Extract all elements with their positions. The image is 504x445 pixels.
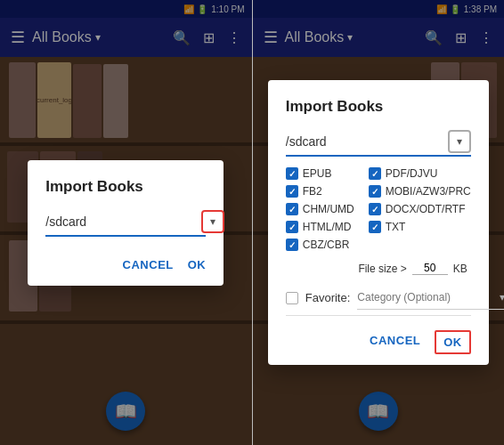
dialog-actions: CANCEL OK bbox=[45, 255, 206, 275]
checkbox-html[interactable]: HTML/MD bbox=[286, 221, 362, 233]
category-dropdown-button[interactable]: ▾ bbox=[491, 286, 504, 309]
checkbox-mobi[interactable]: MOBI/AZW3/PRC bbox=[369, 185, 471, 198]
filesize-row: File size > KB bbox=[286, 262, 471, 275]
filesize-input[interactable] bbox=[412, 262, 448, 275]
filesize-label: File size > bbox=[358, 263, 406, 275]
ok-button[interactable]: OK bbox=[188, 255, 207, 275]
cbz-checkbox[interactable] bbox=[286, 239, 298, 251]
checkbox-fb2[interactable]: FB2 bbox=[286, 185, 362, 198]
import-books-dialog-right: Import Books ▾ EPUB PDF/DJVU bbox=[268, 80, 489, 365]
format-checkboxes: EPUB PDF/DJVU FB2 MOBI/AZW3/PRC CHM/UMD bbox=[286, 167, 471, 251]
filesize-unit: KB bbox=[453, 263, 467, 275]
dialog-input-row-right: ▾ bbox=[286, 130, 471, 157]
path-dropdown-button-right[interactable]: ▾ bbox=[448, 130, 471, 153]
favorite-label: Favorite: bbox=[305, 291, 351, 304]
path-dropdown-button[interactable]: ▾ bbox=[201, 210, 224, 233]
txt-checkbox[interactable] bbox=[369, 221, 381, 233]
checkbox-chm[interactable]: CHM/UMD bbox=[286, 203, 362, 215]
dialog-overlay: Import Books ▾ CANCEL OK bbox=[0, 0, 252, 445]
html-label: HTML/MD bbox=[303, 221, 352, 233]
dialog-actions-right: CANCEL OK bbox=[286, 330, 471, 354]
docx-checkbox[interactable] bbox=[369, 203, 381, 215]
dialog-title-right: Import Books bbox=[286, 98, 471, 116]
html-checkbox[interactable] bbox=[286, 221, 298, 233]
cancel-button-right[interactable]: CANCEL bbox=[370, 330, 420, 354]
mobi-checkbox[interactable] bbox=[369, 185, 381, 198]
txt-label: TXT bbox=[386, 221, 406, 233]
right-panel: 📶 🔋 1:38 PM ☰ All Books ▾ 🔍 ⊞ ⋮ Import B… bbox=[253, 0, 505, 445]
fb2-checkbox[interactable] bbox=[286, 185, 298, 198]
ok-button-right[interactable]: OK bbox=[435, 330, 471, 354]
dialog-input-row: ▾ bbox=[45, 210, 206, 237]
pdf-label: PDF/DJVU bbox=[386, 167, 438, 180]
category-input[interactable] bbox=[357, 291, 491, 303]
import-books-dialog: Import Books ▾ CANCEL OK bbox=[28, 160, 224, 286]
mobi-label: MOBI/AZW3/PRC bbox=[386, 185, 471, 198]
chm-label: CHM/UMD bbox=[303, 203, 354, 215]
checkbox-txt[interactable]: TXT bbox=[369, 221, 471, 233]
checkbox-cbz[interactable]: CBZ/CBR bbox=[286, 239, 362, 251]
chevron-down-icon-category: ▾ bbox=[500, 291, 504, 303]
dialog-overlay-right: Import Books ▾ EPUB PDF/DJVU bbox=[253, 0, 505, 445]
cancel-button[interactable]: CANCEL bbox=[123, 255, 174, 275]
checkbox-pdf[interactable]: PDF/DJVU bbox=[369, 167, 471, 180]
favorite-checkbox[interactable] bbox=[286, 292, 298, 304]
path-input[interactable] bbox=[45, 214, 201, 229]
favorite-input-row: ▾ bbox=[357, 286, 504, 310]
chevron-down-icon: ▾ bbox=[210, 215, 215, 228]
epub-checkbox[interactable] bbox=[286, 167, 298, 180]
pdf-checkbox[interactable] bbox=[369, 167, 381, 180]
left-panel: current_log 📶 🔋 1:10 PM ☰ All Books ▾ 🔍 … bbox=[0, 0, 252, 445]
chm-checkbox[interactable] bbox=[286, 203, 298, 215]
epub-label: EPUB bbox=[303, 167, 332, 180]
checkbox-docx[interactable]: DOCX/ODT/RTF bbox=[369, 203, 471, 215]
dialog-title: Import Books bbox=[45, 178, 206, 196]
favorite-row: Favorite: ▾ bbox=[286, 286, 471, 316]
chevron-down-icon-right: ▾ bbox=[457, 135, 462, 148]
path-input-right[interactable] bbox=[286, 134, 448, 149]
cbz-label: CBZ/CBR bbox=[303, 239, 350, 251]
fb2-label: FB2 bbox=[303, 185, 322, 198]
checkbox-epub[interactable]: EPUB bbox=[286, 167, 362, 180]
docx-label: DOCX/ODT/RTF bbox=[386, 203, 466, 215]
